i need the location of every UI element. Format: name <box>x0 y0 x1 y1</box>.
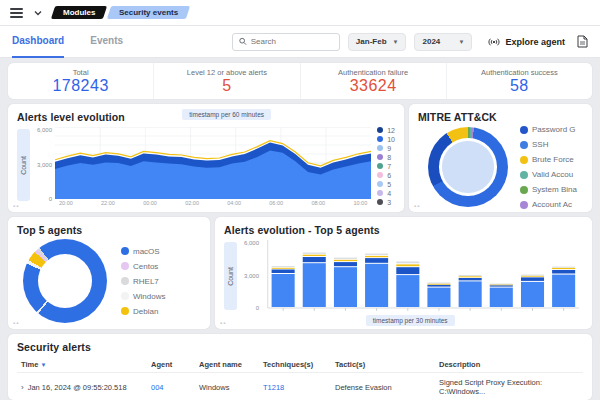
top5-donut-chart[interactable] <box>23 239 107 323</box>
panel-title: Alerts evolution - Top 5 agents <box>224 224 583 236</box>
x-axis-ticks: 20:0022:0000:0002:0004:0006:0008:0010:00 <box>55 199 371 206</box>
axis-tick: 06:00 <box>269 200 283 206</box>
toolbar: Dashboard Events Jan-Feb▼ 2024▼ Explore … <box>0 26 600 58</box>
legend-color-dot <box>520 126 528 134</box>
donut-hole <box>38 254 92 308</box>
legend-color-dot <box>377 136 383 142</box>
agent-link[interactable]: 004 <box>151 383 164 392</box>
legend-color-dot <box>121 307 129 315</box>
top-navigation-bar: Modules Security events <box>0 0 600 26</box>
legend-item[interactable]: 3 <box>377 199 395 206</box>
chart-legend: 12109876543 <box>377 127 395 211</box>
panel-drag-handle-icon[interactable]: ▪▪ <box>13 320 19 326</box>
legend-item[interactable]: RHEL7 <box>121 277 165 286</box>
legend-item[interactable]: 9 <box>377 145 395 152</box>
legend-item[interactable]: Centos <box>121 262 165 271</box>
axis-tick: 10:00 <box>353 200 367 206</box>
tab-dashboard[interactable]: Dashboard <box>12 26 64 58</box>
legend-item[interactable]: 5 <box>377 181 395 188</box>
search-box[interactable] <box>232 33 340 51</box>
cell-technique: T1218 <box>259 373 331 400</box>
cell-tactic: Defense Evasion <box>331 373 435 400</box>
legend-item[interactable]: Valid Accou <box>520 170 577 179</box>
legend-label: Account Ac <box>532 200 572 209</box>
legend-item[interactable]: 4 <box>377 190 395 197</box>
report-document-icon[interactable] <box>577 35 588 48</box>
stat-value: 5 <box>222 77 231 95</box>
column-header-tactic[interactable]: Tactic(s) <box>331 357 435 373</box>
legend-item[interactable]: 6 <box>377 172 395 179</box>
legend-item[interactable]: System Bina <box>520 185 577 194</box>
legend-label: 8 <box>387 154 391 161</box>
legend-item[interactable]: Debian <box>121 307 165 316</box>
axis-tick: 08:00 <box>311 200 325 206</box>
column-header-agent-name[interactable]: Agent name <box>195 357 259 373</box>
panel-drag-handle-icon[interactable]: ▪▪ <box>414 203 420 209</box>
legend-label: 3 <box>387 199 391 206</box>
legend-item[interactable]: 8 <box>377 154 395 161</box>
stat-authentication-success: Authentication success58 <box>446 63 592 99</box>
panel-drag-handle-icon[interactable]: ▪▪ <box>220 320 226 326</box>
legend-item[interactable]: macOS <box>121 247 165 256</box>
tab-events[interactable]: Events <box>90 26 123 58</box>
legend-item[interactable]: Password G <box>520 125 577 134</box>
search-input[interactable] <box>251 37 333 46</box>
axis-tick: 02:00 <box>185 200 199 206</box>
table-row[interactable]: ›Jan 16, 2024 @ 09:55:20.518004WindowsT1… <box>17 373 583 400</box>
legend-item[interactable]: 10 <box>377 136 395 143</box>
legend-item[interactable]: Windows <box>121 292 165 301</box>
legend-label: macOS <box>133 247 160 256</box>
legend-label: 6 <box>387 172 391 179</box>
legend-color-dot <box>520 186 528 194</box>
row-expand-icon[interactable]: › <box>21 383 24 392</box>
search-icon <box>239 37 247 46</box>
technique-link[interactable]: T1218 <box>263 383 284 392</box>
chart-legend: Password GSSHBrute ForceValid AccouSyste… <box>520 125 577 209</box>
breadcrumb-modules[interactable]: Modules <box>51 6 108 19</box>
legend-color-dot <box>121 277 129 285</box>
y-axis-ticks: 6,0003,0000 <box>240 240 262 320</box>
summary-stats-card: Total178243Level 12 or above alerts5Auth… <box>8 63 592 99</box>
panel-drag-handle-icon[interactable]: ▪▪ <box>13 203 19 209</box>
legend-label: 10 <box>387 136 395 143</box>
axis-tick: 04:00 <box>227 200 241 206</box>
legend-color-dot <box>377 154 383 160</box>
explore-agent-button[interactable]: Explore agent <box>488 37 565 47</box>
column-header-time[interactable]: Time ▼ <box>17 357 147 373</box>
y-axis-label: Count <box>17 129 30 201</box>
donut-inner-disc <box>442 141 493 192</box>
breadcrumb-security-events[interactable]: Security events <box>107 6 190 19</box>
chevron-down-icon: ▼ <box>393 39 399 45</box>
stacked-bar-chart[interactable] <box>262 240 579 314</box>
legend-color-dot <box>377 127 383 133</box>
legend-color-dot <box>377 199 383 205</box>
cell-description: Signed Script Proxy Execution: C:\Window… <box>435 373 583 400</box>
legend-label: Centos <box>133 262 158 271</box>
mitre-donut-chart[interactable] <box>428 127 508 207</box>
date-range-select[interactable]: Jan-Feb▼ <box>348 33 407 51</box>
year-select[interactable]: 2024▼ <box>414 33 472 51</box>
y-axis-label: Count <box>224 242 237 310</box>
legend-label: Brute Force <box>532 155 574 164</box>
column-header-agent[interactable]: Agent <box>147 357 195 373</box>
alerts-evolution-top5-panel: Alerts evolution - Top 5 agents Count 6,… <box>215 217 592 329</box>
stat-value: 178243 <box>52 77 108 95</box>
legend-color-dot <box>377 145 383 151</box>
legend-item[interactable]: Brute Force <box>520 155 577 164</box>
menu-icon[interactable] <box>10 8 23 18</box>
area-chart[interactable] <box>55 127 371 199</box>
chevron-down-icon[interactable] <box>33 8 43 18</box>
legend-item[interactable]: SSH <box>520 140 577 149</box>
legend-item[interactable]: 7 <box>377 163 395 170</box>
panel-title: MITRE ATT&CK <box>418 111 583 123</box>
y-axis-ticks: 6,0003,0000 <box>33 127 55 211</box>
legend-item[interactable]: Account Ac <box>520 200 577 209</box>
mitre-attack-panel: MITRE ATT&CK Password GSSHBrute ForceVal… <box>409 104 592 212</box>
stat-value: 33624 <box>350 77 397 95</box>
column-header-description[interactable]: Description <box>435 357 583 373</box>
axis-tick: 22:00 <box>101 200 115 206</box>
column-header-techniques[interactable]: Techniques(s) <box>259 357 331 373</box>
legend-item[interactable]: 12 <box>377 127 395 134</box>
legend-label: Password G <box>532 125 576 134</box>
legend-label: Debian <box>133 307 158 316</box>
